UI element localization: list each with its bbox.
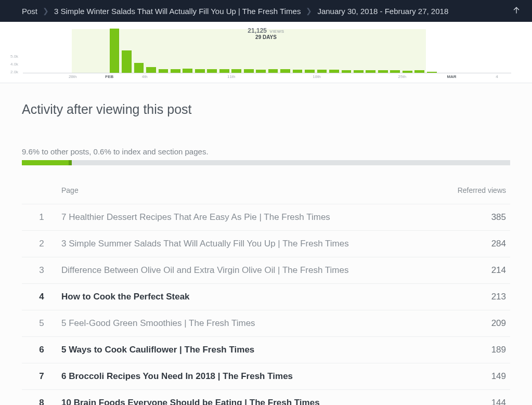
scroll-top-icon[interactable] [511, 5, 522, 17]
x-tick [340, 73, 352, 81]
x-tick [170, 73, 181, 81]
row-rank: 6 [22, 345, 61, 355]
table-body: 17 Healthier Dessert Recipes That Are Ea… [22, 204, 510, 405]
row-page-title: Difference Between Olive Oil and Extra V… [61, 265, 432, 276]
x-tick [35, 73, 47, 81]
x-tick [47, 73, 59, 81]
bar [366, 70, 375, 73]
x-tick: 11th [230, 73, 242, 81]
x-tick [291, 73, 303, 81]
row-rank: 2 [22, 239, 61, 249]
bar [414, 70, 424, 73]
table-header-page: Page [61, 186, 432, 194]
x-tick [474, 73, 486, 81]
bar-slot[interactable] [230, 69, 242, 73]
bar-slot[interactable] [353, 70, 365, 73]
bar [219, 69, 229, 73]
bar [390, 70, 400, 73]
bar-slot[interactable] [133, 63, 145, 73]
row-rank: 8 [22, 398, 61, 405]
x-tick: 4th [145, 73, 157, 81]
x-tick [255, 73, 267, 81]
bar-slot[interactable] [157, 69, 169, 73]
views-chart-panel: 21,125 VIEWS 29 DAYS 5.0k4.0k2.0k 28thFE… [0, 22, 532, 83]
x-tick [181, 73, 193, 81]
table-row[interactable]: 76 Broccoli Recipes You Need In 2018 | T… [22, 363, 510, 389]
x-tick [425, 73, 437, 81]
bar-slot[interactable] [255, 70, 267, 73]
table-row[interactable]: 17 Healthier Dessert Recipes That Are Ea… [22, 204, 510, 230]
x-tick [328, 73, 340, 81]
progress-seg-index [69, 160, 72, 165]
bar [378, 70, 388, 73]
row-rank: 7 [22, 371, 61, 382]
bar-slot[interactable] [328, 70, 340, 73]
table-row[interactable]: 23 Simple Summer Salads That Will Actual… [22, 230, 510, 257]
bar-slot[interactable] [170, 69, 181, 73]
bar-slot[interactable] [181, 69, 193, 73]
bar-slot[interactable] [218, 69, 230, 73]
chart-x-axis: 28thFEB4th11th18th25thMAR4 [23, 73, 511, 81]
breadcrumb-daterange[interactable]: January 30, 2018 - February 27, 2018 [317, 7, 448, 16]
breadcrumb-root[interactable]: Post [22, 7, 37, 16]
bar [244, 69, 254, 73]
row-referred-views: 189 [432, 345, 510, 355]
content-area: Activity after viewing this post 9.6% to… [0, 83, 532, 405]
x-tick [242, 73, 254, 81]
bar-slot[interactable] [121, 50, 133, 73]
chart-y-axis: 5.0k4.0k2.0k [10, 54, 23, 77]
bar-slot[interactable] [316, 70, 328, 73]
bar [427, 72, 437, 73]
bar-slot[interactable] [413, 70, 425, 73]
bar [231, 69, 241, 73]
x-tick [279, 73, 291, 81]
bar-slot[interactable] [194, 69, 206, 73]
table-row[interactable]: 3Difference Between Olive Oil and Extra … [22, 257, 510, 283]
bar-slot[interactable] [377, 70, 389, 73]
bar-slot[interactable] [389, 70, 401, 73]
table-row[interactable]: 55 Feel-Good Green Smoothies | The Fresh… [22, 310, 510, 336]
row-referred-views: 284 [432, 239, 510, 249]
bar-slot[interactable] [242, 69, 254, 73]
bar [171, 69, 180, 73]
bar-slot[interactable] [365, 70, 377, 73]
table-row[interactable]: 810 Brain Foods Everyone Should be Eatin… [22, 389, 510, 405]
bar-slot[interactable] [206, 69, 218, 73]
x-tick: 18th [316, 73, 328, 81]
row-referred-views: 214 [432, 265, 510, 276]
row-page-title: How to Cook the Perfect Steak [61, 292, 432, 302]
bar-slot[interactable] [279, 69, 291, 73]
bar-slot[interactable] [291, 70, 303, 73]
table-row[interactable]: 4How to Cook the Perfect Steak213 [22, 283, 510, 310]
bar [268, 69, 278, 73]
breadcrumb-title[interactable]: 3 Simple Winter Salads That Will Actuall… [54, 7, 301, 16]
bar-slot[interactable] [401, 71, 413, 73]
bar [207, 69, 217, 73]
x-tick [377, 73, 389, 81]
bar-slot[interactable] [425, 72, 437, 73]
bar [146, 67, 156, 73]
row-referred-views: 213 [432, 292, 510, 302]
table-header: Page Referred views [22, 186, 510, 204]
bar-slot[interactable] [304, 70, 316, 73]
bar [305, 70, 315, 73]
row-referred-views: 144 [432, 398, 510, 405]
chart-region[interactable]: 28thFEB4th11th18th25thMAR4 [23, 29, 511, 81]
y-tick: 4.0k [10, 62, 23, 70]
bar-slot[interactable] [108, 29, 120, 73]
table-row[interactable]: 65 Ways to Cook Cauliflower | The Fresh … [22, 336, 510, 363]
bar [159, 69, 168, 73]
bar [403, 71, 412, 73]
section-title: Activity after viewing this post [22, 102, 510, 117]
bar [122, 50, 132, 73]
bar-slot[interactable] [145, 67, 157, 73]
bar-slot[interactable] [340, 70, 352, 73]
x-tick: MAR [450, 73, 462, 81]
progress-label: 9.6% to other posts, 0.6% to index and s… [22, 147, 510, 156]
bar [183, 69, 192, 73]
x-tick [23, 73, 35, 81]
row-rank: 4 [22, 292, 61, 302]
x-tick [84, 73, 96, 81]
bar-slot[interactable] [267, 69, 279, 73]
row-referred-views: 385 [432, 212, 510, 223]
